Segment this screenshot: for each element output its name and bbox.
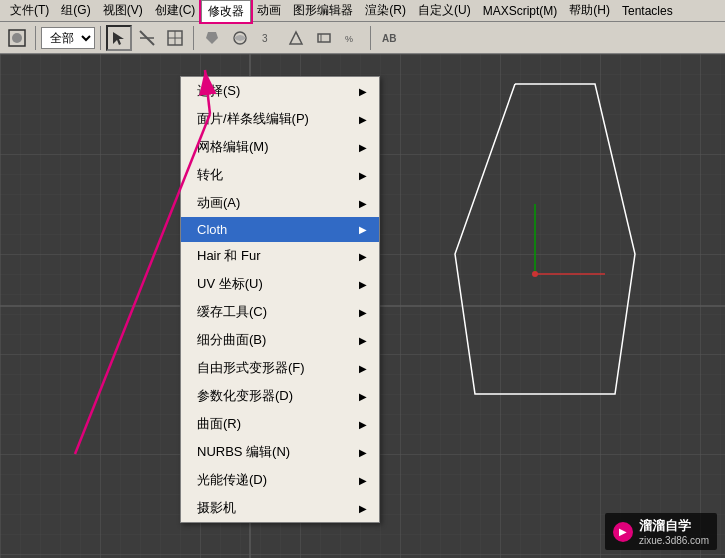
- menu-view[interactable]: 视图(V): [97, 0, 149, 21]
- svg-text:%: %: [345, 34, 353, 44]
- svg-point-1: [12, 33, 22, 43]
- menu-animation[interactable]: 动画: [251, 0, 287, 21]
- arrow-icon-4: ▶: [359, 198, 367, 209]
- toolbar-btn-4[interactable]: [199, 25, 225, 51]
- toolbar-btn-9[interactable]: %: [339, 25, 365, 51]
- watermark-text: 溜溜自学 zixue.3d86.com: [639, 517, 709, 546]
- arrow-icon-11: ▶: [359, 391, 367, 402]
- menu-item-parametric[interactable]: 参数化变形器(D) ▶: [181, 382, 379, 410]
- menu-item-cloth[interactable]: Cloth ▶: [181, 217, 379, 242]
- menu-item-surface[interactable]: 曲面(R) ▶: [181, 410, 379, 438]
- separator-1: [35, 26, 36, 50]
- menu-item-nurbs[interactable]: NURBS 编辑(N) ▶: [181, 438, 379, 466]
- watermark-icon: ▶: [613, 522, 633, 542]
- menu-item-patch[interactable]: 面片/样条线编辑(P) ▶: [181, 105, 379, 133]
- arrow-icon-15: ▶: [359, 503, 367, 514]
- arrow-icon-5: ▶: [359, 224, 367, 235]
- arrow-icon-13: ▶: [359, 447, 367, 458]
- menu-item-radiosity[interactable]: 光能传递(D) ▶: [181, 466, 379, 494]
- arrow-icon-2: ▶: [359, 142, 367, 153]
- separator-3: [193, 26, 194, 50]
- menu-maxscript[interactable]: MAXScript(M): [477, 2, 564, 20]
- toolbar-btn-3[interactable]: [162, 25, 188, 51]
- svg-rect-11: [318, 34, 330, 42]
- arrow-icon-9: ▶: [359, 335, 367, 346]
- arrow-icon-6: ▶: [359, 251, 367, 262]
- arrow-icon-14: ▶: [359, 475, 367, 486]
- menu-create[interactable]: 创建(C): [149, 0, 202, 21]
- arrow-icon-10: ▶: [359, 363, 367, 374]
- menu-item-convert[interactable]: 转化 ▶: [181, 161, 379, 189]
- menu-item-ffd[interactable]: 自由形式变形器(F) ▶: [181, 354, 379, 382]
- toolbar-icon-1[interactable]: [4, 25, 30, 51]
- modifier-dropdown: 选择(S) ▶ 面片/样条线编辑(P) ▶ 网格编辑(M) ▶ 转化 ▶ 动画(…: [180, 76, 380, 523]
- menu-tentacles[interactable]: Tentacles: [616, 2, 679, 20]
- menu-render[interactable]: 渲染(R): [359, 0, 412, 21]
- arrow-icon-7: ▶: [359, 279, 367, 290]
- menu-file[interactable]: 文件(T): [4, 0, 55, 21]
- arrow-icon-3: ▶: [359, 170, 367, 181]
- svg-text:ABC: ABC: [382, 33, 397, 44]
- svg-marker-8: [206, 32, 218, 44]
- menubar: 文件(T) 组(G) 视图(V) 创建(C) 修改器 动画 图形编辑器 渲染(R…: [0, 0, 725, 22]
- menu-item-uv[interactable]: UV 坐标(U) ▶: [181, 270, 379, 298]
- svg-point-21: [532, 271, 538, 277]
- arrow-icon-0: ▶: [359, 86, 367, 97]
- svg-marker-2: [113, 32, 124, 45]
- viewport-shape: [415, 74, 665, 424]
- svg-text:3: 3: [262, 33, 268, 44]
- toolbar-btn-10[interactable]: ABC: [376, 25, 402, 51]
- separator-2: [100, 26, 101, 50]
- toolbar: 全部 3: [0, 22, 725, 54]
- menu-modifier[interactable]: 修改器: [201, 0, 251, 22]
- menu-group[interactable]: 组(G): [55, 0, 96, 21]
- menu-graph-editor[interactable]: 图形编辑器: [287, 0, 359, 21]
- main-area: 选择(S) ▶ 面片/样条线编辑(P) ▶ 网格编辑(M) ▶ 转化 ▶ 动画(…: [0, 54, 725, 558]
- separator-4: [370, 26, 371, 50]
- arrow-icon-12: ▶: [359, 419, 367, 430]
- menu-item-camera[interactable]: 摄影机 ▶: [181, 494, 379, 522]
- toolbar-btn-8[interactable]: [311, 25, 337, 51]
- menu-customize[interactable]: 自定义(U): [412, 0, 477, 21]
- menu-item-cache[interactable]: 缓存工具(C) ▶: [181, 298, 379, 326]
- menu-item-select[interactable]: 选择(S) ▶: [181, 77, 379, 105]
- viewport[interactable]: 选择(S) ▶ 面片/样条线编辑(P) ▶ 网格编辑(M) ▶ 转化 ▶ 动画(…: [0, 54, 725, 558]
- menu-item-mesh[interactable]: 网格编辑(M) ▶: [181, 133, 379, 161]
- menu-item-subdivision[interactable]: 细分曲面(B) ▶: [181, 326, 379, 354]
- menu-item-hair[interactable]: Hair 和 Fur ▶: [181, 242, 379, 270]
- arrow-icon-1: ▶: [359, 114, 367, 125]
- arrow-icon-8: ▶: [359, 307, 367, 318]
- toolbar-btn-7[interactable]: [283, 25, 309, 51]
- toolbar-btn-2[interactable]: [134, 25, 160, 51]
- object-type-select[interactable]: 全部: [41, 27, 95, 49]
- watermark: ▶ 溜溜自学 zixue.3d86.com: [605, 513, 717, 550]
- toolbar-btn-6[interactable]: 3: [255, 25, 281, 51]
- menu-help[interactable]: 帮助(H): [563, 0, 616, 21]
- toolbar-btn-5[interactable]: [227, 25, 253, 51]
- select-tool-btn[interactable]: [106, 25, 132, 51]
- menu-item-animation[interactable]: 动画(A) ▶: [181, 189, 379, 217]
